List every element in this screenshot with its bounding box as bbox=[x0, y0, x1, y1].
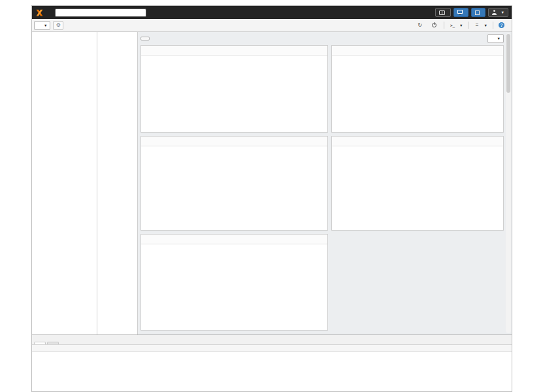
cpu-usage-panel bbox=[331, 45, 504, 133]
cpu-chart-body bbox=[332, 56, 503, 132]
cpu-usage-chart bbox=[332, 56, 503, 132]
memory-usage-chart bbox=[332, 146, 503, 230]
content-area: ▼ bbox=[138, 32, 512, 335]
user-menu-button[interactable]: ▼ bbox=[488, 8, 508, 17]
resource-tree bbox=[32, 32, 97, 335]
package-versions-button[interactable] bbox=[140, 37, 150, 41]
scrollbar-thumb[interactable] bbox=[506, 34, 510, 93]
content-scrollbar[interactable] bbox=[506, 33, 511, 333]
bulk-actions-button[interactable]: ≡▼ bbox=[471, 22, 491, 29]
server-load-panel bbox=[140, 136, 328, 231]
tab-tasks[interactable] bbox=[34, 342, 46, 344]
chevron-down-icon: ▼ bbox=[44, 24, 47, 27]
create-ct-button[interactable] bbox=[471, 8, 485, 17]
node-actions: ↻ >_▼ ≡▼ ? bbox=[414, 21, 510, 29]
top-header-bar: ▼ bbox=[32, 6, 512, 19]
terminal-icon: >_ bbox=[450, 24, 455, 27]
tasks-panel bbox=[32, 335, 512, 391]
gear-icon: ⚙ bbox=[56, 23, 61, 28]
node-summary-panel bbox=[140, 45, 328, 133]
chevron-down-icon: ▼ bbox=[459, 24, 463, 27]
screenshot-canvas: ▼ ▼ ⚙ ↻ >_▼ ≡▼ ? bbox=[0, 0, 543, 392]
shutdown-button[interactable] bbox=[429, 22, 442, 29]
shell-button[interactable]: >_▼ bbox=[446, 22, 466, 29]
proxmox-x-icon bbox=[35, 8, 44, 17]
period-select[interactable]: ▼ bbox=[487, 34, 504, 43]
chevron-down-icon: ▼ bbox=[497, 37, 501, 41]
tree-settings-button[interactable]: ⚙ bbox=[53, 21, 63, 30]
tasks-tabs bbox=[32, 335, 512, 345]
load-chart-header bbox=[141, 137, 327, 146]
proxmox-app-window: ▼ ▼ ⚙ ↻ >_▼ ≡▼ ? bbox=[31, 5, 512, 392]
user-icon bbox=[492, 10, 497, 15]
help-icon: ? bbox=[499, 22, 504, 28]
search-input[interactable] bbox=[55, 8, 146, 17]
create-vm-button[interactable] bbox=[453, 8, 469, 17]
divider bbox=[469, 22, 469, 29]
cube-icon bbox=[475, 10, 480, 15]
tab-cluster-log[interactable] bbox=[47, 342, 59, 344]
divider bbox=[493, 22, 493, 29]
chevron-down-icon: ▼ bbox=[484, 24, 487, 27]
power-icon bbox=[432, 23, 436, 27]
book-icon bbox=[439, 10, 445, 15]
content-toolbar: ▼ bbox=[140, 34, 504, 43]
network-traffic-panel bbox=[140, 234, 328, 331]
panel-grid bbox=[140, 45, 504, 335]
divider bbox=[444, 22, 444, 29]
summary-header bbox=[141, 46, 327, 56]
summary-body bbox=[141, 56, 327, 59]
chevron-down-icon: ▼ bbox=[501, 10, 504, 14]
tasks-table-rows bbox=[32, 352, 512, 391]
server-view-select[interactable]: ▼ bbox=[34, 21, 50, 30]
network-chart-header bbox=[141, 235, 327, 244]
header-actions: ▼ bbox=[435, 8, 508, 17]
cpu-chart-header bbox=[332, 46, 503, 56]
memory-chart-header bbox=[332, 137, 503, 146]
proxmox-logo bbox=[35, 8, 46, 17]
monitor-icon bbox=[457, 10, 463, 14]
node-toolbar: ▼ ⚙ ↻ >_▼ ≡▼ ? bbox=[32, 19, 512, 32]
load-chart-body bbox=[141, 146, 327, 230]
reboot-button[interactable]: ↻ bbox=[414, 22, 428, 29]
memory-usage-panel bbox=[331, 136, 504, 231]
documentation-button[interactable] bbox=[435, 8, 451, 17]
network-traffic-chart bbox=[141, 244, 327, 330]
list-icon: ≡ bbox=[474, 23, 480, 28]
nav-panel bbox=[97, 32, 138, 335]
reboot-icon: ↻ bbox=[417, 23, 423, 28]
memory-chart-body bbox=[332, 146, 503, 230]
server-load-chart bbox=[141, 146, 327, 230]
network-chart-body bbox=[141, 244, 327, 330]
tasks-table-header bbox=[32, 345, 512, 352]
main-area: ▼ bbox=[32, 32, 512, 335]
help-button[interactable]: ? bbox=[495, 21, 510, 29]
